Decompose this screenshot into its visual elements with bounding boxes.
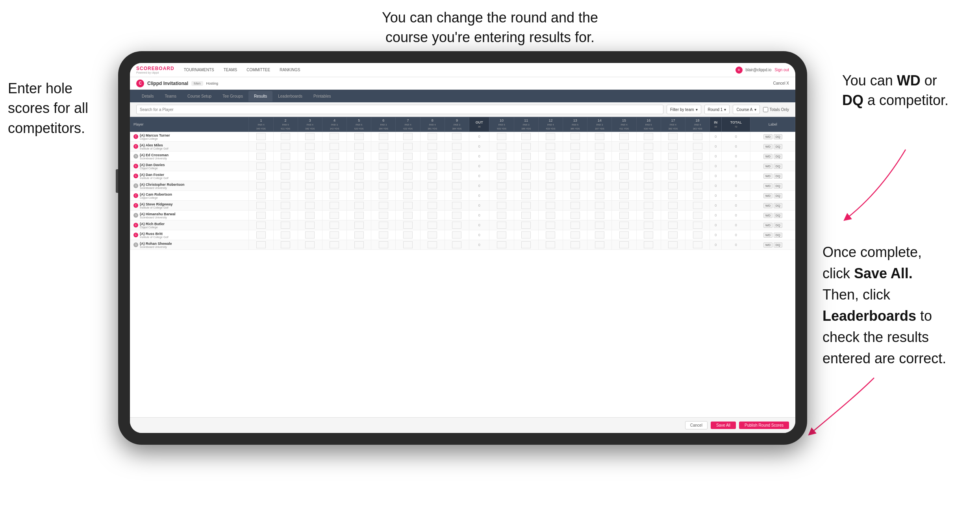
- score-input[interactable]: [452, 202, 461, 209]
- score-cell[interactable]: [489, 181, 514, 191]
- score-input[interactable]: [256, 241, 266, 248]
- score-cell[interactable]: [587, 171, 612, 181]
- score-input[interactable]: [452, 182, 461, 189]
- score-input[interactable]: [256, 182, 266, 189]
- score-cell[interactable]: [587, 132, 612, 142]
- nav-committee[interactable]: COMMITTEE: [245, 67, 272, 73]
- score-input[interactable]: [305, 202, 315, 209]
- score-cell[interactable]: [371, 142, 396, 152]
- score-cell[interactable]: [273, 240, 298, 250]
- score-cell[interactable]: [249, 240, 273, 250]
- score-cell[interactable]: [489, 230, 514, 240]
- score-input[interactable]: [403, 163, 413, 170]
- score-input[interactable]: [546, 163, 555, 170]
- score-cell[interactable]: [273, 181, 298, 191]
- score-input[interactable]: [571, 192, 580, 199]
- score-cell[interactable]: [538, 240, 563, 250]
- score-input[interactable]: [595, 133, 604, 140]
- score-cell[interactable]: [347, 152, 371, 161]
- score-cell[interactable]: [396, 240, 420, 250]
- score-cell[interactable]: [661, 201, 685, 211]
- score-input[interactable]: [619, 192, 629, 199]
- score-input[interactable]: [354, 202, 364, 209]
- wd-button[interactable]: WD: [763, 183, 773, 189]
- score-cell[interactable]: [396, 161, 420, 171]
- score-cell[interactable]: [587, 230, 612, 240]
- score-cell[interactable]: [445, 201, 469, 211]
- score-cell[interactable]: [661, 230, 685, 240]
- score-cell[interactable]: [636, 211, 661, 220]
- score-cell[interactable]: [538, 230, 563, 240]
- score-input[interactable]: [379, 182, 388, 189]
- score-cell[interactable]: [489, 240, 514, 250]
- nav-teams[interactable]: TEAMS: [222, 67, 239, 73]
- dq-button[interactable]: DQ: [774, 233, 782, 238]
- score-cell[interactable]: [420, 230, 445, 240]
- score-cell[interactable]: [298, 201, 322, 211]
- score-cell[interactable]: [298, 220, 322, 230]
- score-cell[interactable]: [587, 142, 612, 152]
- score-input[interactable]: [497, 133, 506, 140]
- tab-printables[interactable]: Printables: [308, 91, 336, 102]
- dq-button[interactable]: DQ: [774, 183, 782, 189]
- score-input[interactable]: [256, 153, 266, 160]
- score-input[interactable]: [595, 192, 604, 199]
- score-input[interactable]: [354, 163, 364, 170]
- score-cell[interactable]: [273, 191, 298, 201]
- score-cell[interactable]: [587, 211, 612, 220]
- score-input[interactable]: [546, 182, 555, 189]
- score-input[interactable]: [595, 172, 604, 179]
- score-cell[interactable]: [563, 211, 587, 220]
- score-input[interactable]: [521, 192, 531, 199]
- score-cell[interactable]: [396, 152, 420, 161]
- score-cell[interactable]: [249, 211, 273, 220]
- score-input[interactable]: [521, 212, 531, 219]
- score-input[interactable]: [619, 172, 629, 179]
- score-input[interactable]: [693, 241, 702, 248]
- score-input[interactable]: [668, 153, 678, 160]
- score-input[interactable]: [497, 231, 506, 239]
- score-cell[interactable]: [563, 181, 587, 191]
- score-input[interactable]: [428, 133, 437, 140]
- score-input[interactable]: [330, 163, 339, 170]
- score-cell[interactable]: [273, 161, 298, 171]
- score-input[interactable]: [693, 133, 702, 140]
- score-input[interactable]: [693, 222, 702, 229]
- score-cell[interactable]: [661, 181, 685, 191]
- score-cell[interactable]: [420, 201, 445, 211]
- tab-course-setup[interactable]: Course Setup: [182, 91, 217, 102]
- score-input[interactable]: [668, 182, 678, 189]
- score-cell[interactable]: [445, 171, 469, 181]
- score-cell[interactable]: [612, 211, 636, 220]
- score-input[interactable]: [521, 153, 531, 160]
- score-input[interactable]: [379, 172, 388, 179]
- score-cell[interactable]: [347, 191, 371, 201]
- score-input[interactable]: [693, 202, 702, 209]
- sign-out-link[interactable]: Sign out: [774, 68, 789, 72]
- score-input[interactable]: [452, 222, 461, 229]
- score-cell[interactable]: [371, 191, 396, 201]
- score-cell[interactable]: [371, 201, 396, 211]
- score-cell[interactable]: [661, 171, 685, 181]
- score-cell[interactable]: [563, 161, 587, 171]
- score-cell[interactable]: [489, 220, 514, 230]
- score-cell[interactable]: [563, 171, 587, 181]
- score-input[interactable]: [403, 241, 413, 248]
- score-input[interactable]: [379, 153, 388, 160]
- score-cell[interactable]: [298, 191, 322, 201]
- score-input[interactable]: [497, 143, 506, 150]
- score-cell[interactable]: [347, 211, 371, 220]
- score-input[interactable]: [571, 241, 580, 248]
- score-input[interactable]: [281, 133, 290, 140]
- score-input[interactable]: [428, 202, 437, 209]
- score-cell[interactable]: [420, 191, 445, 201]
- score-cell[interactable]: [396, 142, 420, 152]
- score-input[interactable]: [330, 212, 339, 219]
- score-cell[interactable]: [685, 142, 710, 152]
- score-cell[interactable]: [445, 181, 469, 191]
- score-cell[interactable]: [396, 132, 420, 142]
- score-input[interactable]: [354, 182, 364, 189]
- score-input[interactable]: [354, 143, 364, 150]
- score-input[interactable]: [403, 153, 413, 160]
- score-cell[interactable]: [538, 152, 563, 161]
